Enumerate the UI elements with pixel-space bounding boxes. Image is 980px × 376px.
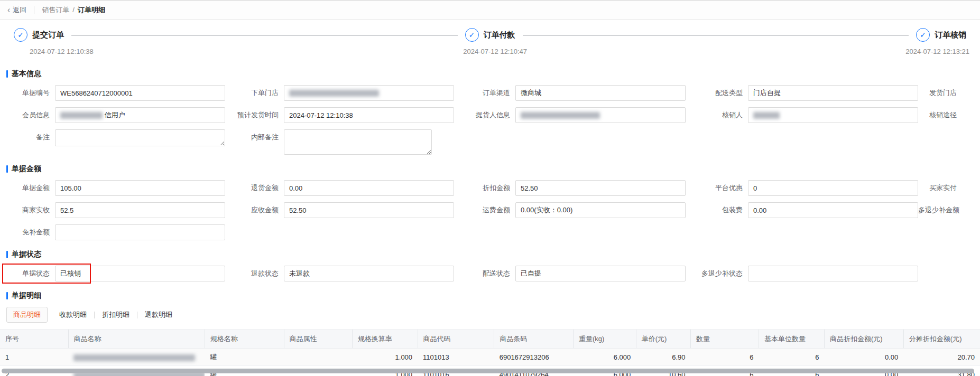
field-waived-amount: 免补金额 (6, 224, 225, 240)
field-label: 单据金额 (6, 180, 55, 196)
status-row-1: 单据状态 已核销 退款状态 未退款 配送状态 已自提 多退少补状态 (0, 266, 980, 281)
return-amount-input[interactable]: 0.00 (284, 180, 454, 196)
col-header-goods-code: 商品代码 (418, 330, 494, 349)
field-label: 核销人 (686, 107, 748, 123)
section-title: 单据明细 (12, 291, 41, 300)
refund-supplement-status-input[interactable] (748, 266, 918, 281)
cell-base-qty: 6 (759, 349, 825, 366)
cell-alloc-discount: 20.70 (903, 349, 980, 366)
cell-spec-rate: 1.000 (352, 349, 418, 366)
redacted-text (60, 112, 103, 119)
field-label: 折扣金额 (454, 180, 515, 196)
field-label: 平台优惠 (686, 180, 748, 196)
doc-status-input[interactable]: 已核销 (55, 266, 225, 281)
field-label: 内部备注 (225, 129, 284, 145)
tab-discount-detail[interactable]: 折扣明细 (96, 307, 136, 322)
col-header-qty: 数量 (691, 330, 759, 349)
step-connector (523, 35, 909, 35)
tab-payment-detail[interactable]: 收款明细 (53, 307, 93, 322)
field-value: 105.00 (60, 184, 81, 192)
field-buyer-paid-label: 买家实付 (929, 180, 957, 196)
field-receivable-amount: 应收金额 52.50 (225, 202, 454, 218)
step-time: 2024-07-12 12:10:47 (463, 48, 527, 55)
tab-separator (137, 312, 137, 318)
field-refund-supplement-status: 多退少补状态 (686, 266, 918, 281)
field-picker-info: 提货人信息 (454, 107, 686, 123)
section-doc-status: 单据状态 (6, 250, 974, 259)
col-header-goods-attr: 商品属性 (284, 330, 352, 349)
cell-seq: 1 (0, 349, 68, 366)
cell-goods-code: 1101013 (418, 349, 494, 366)
member-info-input[interactable]: 信用户 (55, 107, 225, 123)
field-value: 52.5 (60, 206, 73, 214)
redacted-text (73, 354, 195, 361)
order-store-input[interactable] (284, 85, 454, 101)
basic-row-3: 备注 内部备注 (0, 129, 980, 155)
delivery-status-input[interactable]: 已自提 (515, 266, 686, 281)
waived-amount-input[interactable] (55, 224, 225, 240)
field-order-store: 下单门店 (225, 85, 454, 101)
back-button[interactable]: ‹ 返回 (7, 5, 26, 15)
tab-refund-detail[interactable]: 退款明细 (138, 307, 179, 322)
field-delivery-status: 配送状态 已自提 (454, 266, 686, 281)
verifier-input[interactable] (748, 107, 918, 123)
field-value: 已自提 (521, 269, 541, 278)
delivery-type-input[interactable]: 门店自提 (748, 85, 918, 101)
tab-goods-detail[interactable]: 商品明细 (6, 307, 48, 323)
back-chevron-icon: ‹ (7, 6, 10, 14)
doc-amount-input[interactable]: 105.00 (55, 180, 225, 196)
field-label: 预计发货时间 (225, 107, 284, 123)
doc-no-input[interactable]: WE5686240712000001 (55, 85, 225, 101)
refund-status-input[interactable]: 未退款 (284, 266, 454, 281)
step-label: 订单核销 (935, 30, 966, 40)
receivable-amount-input[interactable]: 52.50 (284, 202, 454, 218)
field-platform-discount: 平台优惠 0 (686, 180, 918, 196)
field-label: 商家实收 (6, 202, 55, 218)
remark-textarea[interactable] (55, 129, 225, 146)
order-channel-input[interactable]: 微商城 (515, 85, 686, 101)
step-check-icon: ✓ (465, 28, 479, 42)
back-label: 返回 (13, 5, 26, 15)
col-header-unit-price: 单价(元) (636, 330, 690, 349)
field-merchant-received: 商家实收 52.5 (6, 202, 225, 218)
field-label: 配送类型 (686, 85, 748, 101)
merchant-received-input[interactable]: 52.5 (55, 202, 225, 218)
detail-tabs: 商品明细 收款明细 折扣明细 退款明细 (6, 307, 974, 323)
field-value: 52.50 (289, 206, 307, 214)
field-value: 未退款 (289, 269, 310, 278)
horizontal-scrollbar-thumb[interactable] (2, 369, 974, 373)
expected-ship-time-input[interactable]: 2024-07-12 12:10:38 (284, 107, 454, 123)
col-header-spec-rate: 规格换算率 (352, 330, 418, 349)
field-packing-fee: 包装费 0.00 (686, 202, 918, 218)
discount-amount-input[interactable]: 52.50 (515, 180, 686, 196)
field-verify-channel-label: 核销途径 (929, 107, 957, 123)
basic-row-2: 会员信息 信用户 预计发货时间 2024-07-12 12:10:38 提货人信… (0, 107, 980, 123)
field-label: 配送状态 (454, 266, 515, 281)
redacted-text (521, 112, 600, 119)
table-row: 1 罐 1.000 1101013 6901672913206 6.000 6.… (0, 349, 980, 366)
table-header-row: 序号 商品名称 规格名称 商品属性 规格换算率 商品代码 商品条码 重量(kg)… (0, 330, 980, 349)
field-doc-status: 单据状态 已核销 (6, 266, 225, 281)
section-bar (6, 251, 8, 258)
section-bar (6, 292, 8, 299)
field-value: 信用户 (105, 110, 125, 120)
field-value: 门店自提 (753, 88, 781, 98)
field-label: 下单门店 (225, 85, 284, 101)
step-label: 订单付款 (484, 30, 515, 40)
freight-amount-input[interactable]: 0.00(实收：0.00) (515, 202, 686, 218)
breadcrumb-parent[interactable]: 销售订单 (42, 5, 69, 15)
section-title: 单据金额 (12, 164, 41, 174)
internal-remark-textarea[interactable] (284, 129, 432, 155)
col-header-barcode: 商品条码 (494, 330, 574, 349)
cell-weight: 6.000 (573, 349, 636, 366)
field-expected-ship-time: 预计发货时间 2024-07-12 12:10:38 (225, 107, 454, 123)
field-internal-remark: 内部备注 (225, 129, 432, 155)
field-label: 单据状态 (6, 266, 55, 281)
field-value: 0.00(实收：0.00) (521, 205, 572, 215)
picker-info-input[interactable] (515, 107, 686, 123)
platform-discount-input[interactable]: 0 (748, 180, 918, 196)
field-remark: 备注 (6, 129, 225, 146)
packing-fee-input[interactable]: 0.00 (748, 202, 918, 218)
field-label: 包装费 (686, 202, 748, 218)
field-label: 退货金额 (225, 180, 284, 196)
